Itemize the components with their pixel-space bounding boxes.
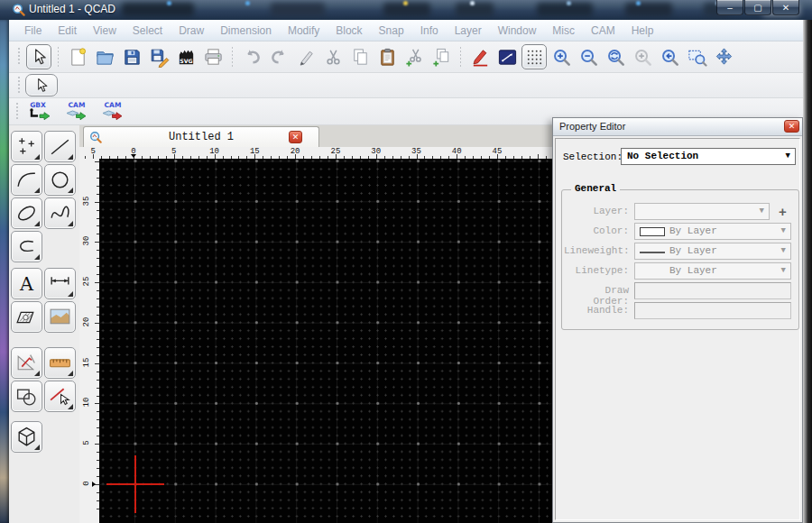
toolbar-handle[interactable]: [16, 77, 22, 95]
hruler-label: 15: [250, 147, 260, 156]
layer-dropdown[interactable]: ▼: [634, 203, 770, 220]
menu-item-file[interactable]: File: [16, 21, 50, 41]
hruler-label: 5: [90, 147, 95, 156]
submenu-indicator: [34, 445, 40, 450]
document-tab[interactable]: Untitled 1 ✕: [83, 126, 319, 147]
toolbar-separator: [228, 47, 236, 67]
tab-close-button[interactable]: ✕: [289, 131, 302, 143]
tool-points-button[interactable]: [11, 131, 42, 162]
print-button[interactable]: [200, 44, 226, 69]
color-swatch: [640, 227, 665, 236]
cam-import-button[interactable]: CAM: [62, 99, 93, 124]
save-as-button[interactable]: [146, 44, 171, 69]
open-folder-button[interactable]: [92, 44, 117, 69]
selection-dropdown[interactable]: No Selection ▼: [621, 148, 796, 165]
grid-toggle-icon: [524, 47, 545, 68]
linetype-dropdown[interactable]: By Layer ▼: [634, 262, 791, 280]
property-editor-header[interactable]: Property Editor ✕: [553, 118, 802, 136]
menu-item-window[interactable]: Window: [490, 21, 545, 41]
view-back-button[interactable]: [657, 44, 682, 69]
selection-arrow-button[interactable]: [26, 44, 51, 69]
menu-item-dimension[interactable]: Dimension: [212, 21, 280, 41]
cut-button[interactable]: [320, 44, 346, 69]
layer-row: Layer: ▼ +: [562, 203, 798, 220]
tool-arc-button[interactable]: [11, 164, 42, 196]
svg-export-button[interactable]: SVG: [173, 44, 198, 69]
lineweight-dropdown[interactable]: By Layer ▼: [634, 243, 791, 260]
line-blue-panel-button[interactable]: [494, 44, 520, 69]
shapes-icon: [14, 384, 39, 408]
svg-text:GBX: GBX: [30, 101, 46, 109]
selection-arrow-button[interactable]: [25, 74, 58, 96]
new-file-button[interactable]: [65, 44, 90, 69]
submenu-indicator: [34, 154, 40, 160]
auto-zoom-button[interactable]: [603, 44, 628, 69]
save-button[interactable]: [119, 44, 144, 69]
cut-reference-icon: [404, 47, 425, 68]
cut-reference-button[interactable]: [401, 44, 427, 69]
tool-line-button[interactable]: [44, 131, 76, 162]
tool-modify-button[interactable]: [44, 381, 76, 412]
copy-reference-button[interactable]: [429, 44, 454, 69]
pan-button[interactable]: [711, 44, 736, 69]
tool-dimension-button[interactable]: [44, 268, 76, 299]
chevron-down-icon: ▼: [781, 226, 786, 235]
tool-ellipse-button[interactable]: [11, 197, 42, 229]
menu-item-layer[interactable]: Layer: [447, 21, 490, 41]
menu-item-modify[interactable]: Modify: [280, 21, 328, 41]
toolbar-handle[interactable]: [14, 103, 20, 121]
minimize-button[interactable]: –: [716, 0, 743, 15]
tool-circle-button[interactable]: [44, 164, 76, 196]
redo-button[interactable]: [266, 44, 291, 69]
tool-spline-button[interactable]: [44, 197, 76, 229]
menu-item-misc[interactable]: Misc: [544, 21, 583, 41]
grid-toggle-button[interactable]: [521, 44, 547, 69]
draw-red-pencil-button[interactable]: [467, 44, 493, 69]
menu-item-select[interactable]: Select: [125, 21, 171, 41]
cam-export-button[interactable]: CAM: [98, 99, 129, 124]
drawing-canvas[interactable]: [99, 159, 552, 523]
blurred-blob: [537, 3, 593, 16]
menu-item-info[interactable]: Info: [412, 21, 447, 41]
hruler-label: 5: [171, 147, 176, 156]
zoom-previous-button[interactable]: [630, 44, 655, 69]
menu-item-edit[interactable]: Edit: [50, 21, 85, 41]
zoom-in-button[interactable]: [549, 44, 574, 69]
tool-measure-button[interactable]: [44, 347, 76, 379]
tool-text-button[interactable]: A: [11, 268, 42, 299]
paste-button[interactable]: [374, 44, 400, 69]
tool-polyline-button[interactable]: [11, 231, 42, 262]
draworder-input[interactable]: [634, 282, 791, 299]
zoom-out-button[interactable]: [576, 44, 601, 69]
vruler-label: 30: [82, 234, 91, 247]
gbx-export-button[interactable]: GBX: [26, 99, 57, 124]
menu-bar: FileEditViewSelectDrawDimensionModifyBlo…: [9, 20, 803, 41]
add-layer-button[interactable]: +: [775, 204, 790, 219]
copy-button[interactable]: [347, 44, 373, 69]
color-dropdown[interactable]: By Layer ▼: [634, 223, 791, 240]
zoom-window-button[interactable]: [684, 44, 709, 69]
submenu-indicator: [34, 254, 40, 260]
menu-item-snap[interactable]: Snap: [371, 21, 412, 41]
menu-item-cam[interactable]: CAM: [583, 21, 623, 41]
menu-item-block[interactable]: Block: [328, 21, 370, 41]
selection-label: Selection:: [563, 151, 623, 162]
main-toolbar: SVG: [9, 41, 803, 73]
tool-image-button[interactable]: [44, 301, 76, 333]
tool-drafting-aids-button[interactable]: [11, 347, 42, 379]
tool-solid-button[interactable]: [11, 421, 42, 453]
close-button[interactable]: ✕: [772, 0, 799, 15]
property-editor-close-button[interactable]: ✕: [784, 120, 799, 133]
tool-hatch-button[interactable]: [11, 301, 42, 333]
menu-item-help[interactable]: Help: [623, 21, 662, 41]
maximize-button[interactable]: ▢: [744, 0, 771, 15]
general-group: General Layer: ▼ + Color: By Layer ▼: [561, 189, 799, 330]
menu-item-draw[interactable]: Draw: [171, 21, 212, 41]
handle-input[interactable]: [634, 302, 791, 319]
toolbar-handle[interactable]: [16, 48, 22, 66]
menu-item-view[interactable]: View: [85, 21, 125, 41]
tool-shapes-button[interactable]: [11, 381, 42, 412]
pen-button[interactable]: [293, 44, 318, 69]
chevron-down-icon: ▼: [760, 206, 764, 216]
undo-button[interactable]: [239, 44, 264, 69]
